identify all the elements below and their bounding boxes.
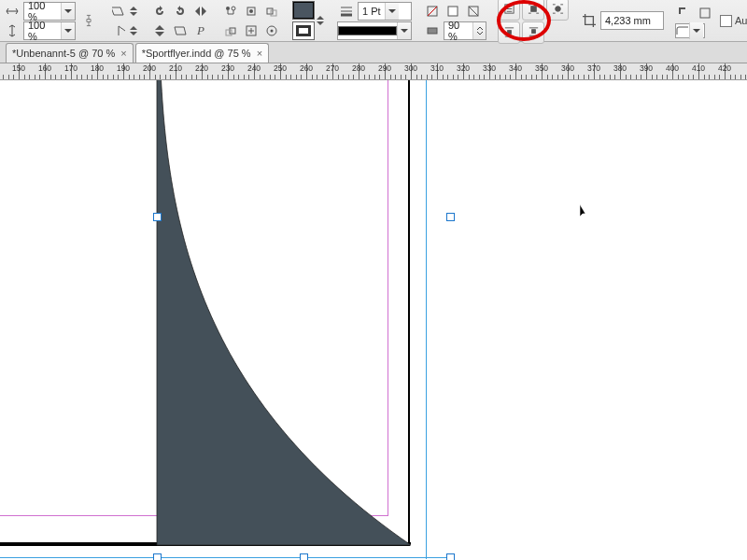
- select-container-icon[interactable]: [221, 2, 240, 21]
- svg-rect-17: [530, 7, 536, 12]
- ruler-label: 240: [247, 63, 261, 73]
- ruler-label: 150: [12, 63, 25, 73]
- fit-content-icon[interactable]: [242, 21, 261, 40]
- rotate-ccw-icon[interactable]: [150, 2, 169, 21]
- wrap-bounding-icon[interactable]: [522, 0, 544, 21]
- svg-point-10: [271, 29, 274, 32]
- close-icon[interactable]: ×: [257, 48, 262, 59]
- page-viewport[interactable]: [0, 80, 747, 560]
- corner-options-icon[interactable]: [675, 4, 694, 22]
- tab-label: *Sportflyer.indd @ 75 %: [142, 48, 251, 59]
- tint-field[interactable]: 90 %: [444, 21, 486, 40]
- svg-point-0: [226, 7, 230, 10]
- ruler-label: 320: [457, 63, 470, 73]
- ruler-label: 230: [221, 63, 234, 73]
- flip-vertical-icon[interactable]: [150, 21, 169, 40]
- stroke-weight-field[interactable]: 1 Pt: [358, 2, 412, 21]
- ruler-label: 190: [117, 63, 130, 73]
- stepper[interactable]: [130, 26, 139, 35]
- rotate-cw-icon[interactable]: [171, 2, 190, 21]
- stepper[interactable]: [130, 7, 139, 16]
- selection-handle[interactable]: [446, 553, 455, 560]
- chevron-down-icon[interactable]: [61, 3, 75, 20]
- fill-swatch[interactable]: [292, 1, 315, 20]
- ruler-label: 360: [561, 63, 574, 73]
- ruler-label: 390: [640, 63, 653, 73]
- selection-handle[interactable]: [300, 553, 308, 560]
- ruler-label: 400: [666, 63, 679, 73]
- wrap-shape-icon[interactable]: [546, 0, 569, 21]
- chevron-down-icon[interactable]: [61, 22, 75, 39]
- chevron-down-icon[interactable]: [689, 22, 703, 39]
- swap-fill-stroke-icon[interactable]: [317, 16, 326, 25]
- ruler-label: 270: [326, 63, 339, 73]
- ruler-label: 410: [692, 63, 705, 73]
- document-tab[interactable]: *Sportflyer.indd @ 75 % ×: [135, 43, 269, 63]
- curved-shape-object[interactable]: [75, 80, 430, 556]
- shear-x-icon: [109, 2, 128, 21]
- stroke-style-field[interactable]: [337, 21, 412, 40]
- svg-rect-4: [267, 8, 273, 14]
- close-icon[interactable]: ×: [120, 48, 126, 59]
- ruler-label: 290: [378, 63, 391, 73]
- apply-gradient-icon[interactable]: [464, 2, 483, 21]
- stroke-weight-value: 1 Pt: [359, 6, 385, 17]
- wrap-none-icon[interactable]: [498, 0, 520, 21]
- transform-buttons: P: [148, 2, 213, 40]
- ruler-label: 350: [535, 63, 548, 73]
- width-scale-icon: [3, 2, 21, 21]
- selection-handle[interactable]: [446, 213, 455, 221]
- apply-color-icon[interactable]: [444, 2, 462, 21]
- apply-none-icon[interactable]: [423, 2, 442, 21]
- svg-rect-21: [700, 8, 710, 18]
- chevron-down-icon[interactable]: [397, 22, 411, 39]
- select-prev-icon[interactable]: [262, 2, 281, 21]
- measure-field[interactable]: 4,233 mm: [600, 11, 664, 30]
- document-tab[interactable]: *Unbenannt-5 @ 70 % ×: [6, 43, 134, 63]
- svg-line-12: [428, 7, 437, 16]
- wrap-jump-icon[interactable]: [498, 21, 520, 44]
- ruler-label: 220: [195, 63, 208, 73]
- select-content-icon[interactable]: [242, 2, 261, 21]
- corner-shape-field[interactable]: [675, 23, 705, 38]
- ruler-label: 210: [169, 63, 182, 73]
- svg-rect-5: [271, 10, 276, 16]
- svg-rect-13: [448, 7, 458, 16]
- corner-shape-icon: [676, 26, 689, 35]
- height-scale-icon: [3, 21, 21, 40]
- fill-stroke-group: [289, 1, 329, 40]
- svg-point-18: [555, 7, 560, 12]
- tint-stepper-icon[interactable]: [472, 22, 486, 39]
- flip-horizontal-icon[interactable]: [191, 2, 210, 21]
- char-paragraph-toggle[interactable]: P: [191, 21, 210, 40]
- auto-fit-checkbox[interactable]: Autom: [720, 15, 747, 27]
- selection-handle[interactable]: [153, 213, 162, 221]
- corner-dropdown-icon[interactable]: [696, 4, 714, 22]
- ruler-label: 160: [38, 63, 51, 73]
- skew-icon[interactable]: [171, 21, 190, 40]
- scale-group: 100 % 100 %: [0, 2, 101, 40]
- ruler-label: 280: [352, 63, 365, 73]
- horizontal-ruler[interactable]: 1401501601701801902002102202302402502602…: [0, 63, 747, 80]
- rotate-angle-icon: [109, 21, 128, 40]
- center-content-icon[interactable]: [262, 21, 281, 40]
- scale-x-field[interactable]: 100 %: [23, 2, 76, 21]
- scale-y-field[interactable]: 100 %: [23, 21, 76, 40]
- bleed-guide-bottom: [0, 557, 448, 558]
- constrain-proportions-icon[interactable]: [79, 11, 98, 30]
- ruler-label: 340: [509, 63, 522, 73]
- svg-rect-19: [507, 31, 511, 35]
- stroke-weight-icon: [337, 2, 356, 21]
- wrap-next-col-icon[interactable]: [522, 21, 544, 44]
- selection-handle[interactable]: [153, 553, 162, 560]
- ruler-label: 310: [430, 63, 444, 73]
- shear-rotate-group: [106, 2, 142, 40]
- chevron-down-icon[interactable]: [385, 3, 399, 20]
- ruler-label: 260: [300, 63, 313, 73]
- control-panel: 100 % 100 %: [0, 0, 747, 42]
- ruler-label: 420: [718, 63, 731, 73]
- select-next-icon[interactable]: [221, 21, 240, 40]
- stroke-swatch[interactable]: [292, 21, 315, 40]
- tint-group: 90 %: [420, 2, 489, 40]
- crop-icon[interactable]: [580, 11, 599, 30]
